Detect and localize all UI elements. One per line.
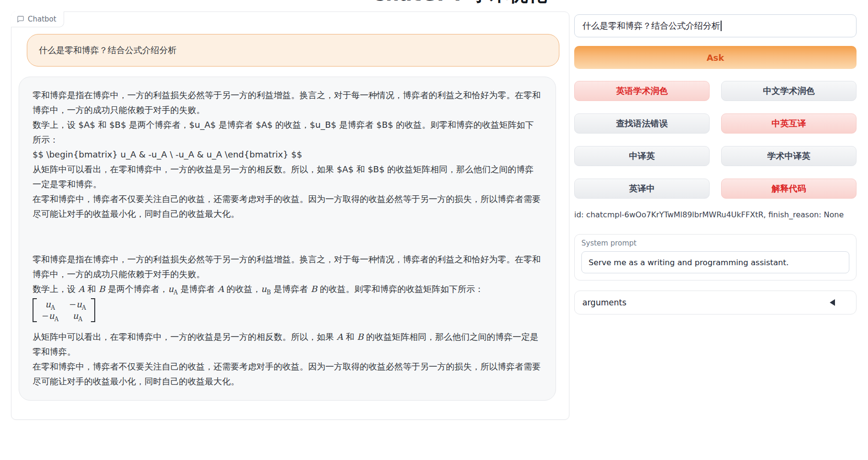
control-column: 什么是零和博弈？结合公式介绍分析 Ask 英语学术润色 中文学术润色 查找语法错… [574,11,857,314]
system-prompt-group: System prompt Serve me as a writing and … [574,234,857,280]
bot-message-bubble: 零和博弈是指在博弈中，一方的利益损失必然等于另一方的利益增益。换言之，对于每一种… [19,77,556,401]
chatbot-panel: Chatbot 什么是零和博弈？结合公式介绍分析 零和博弈是指在博弈中，一方的利… [11,11,569,420]
chatbot-label: Chatbot [11,11,64,27]
bot-message-line: 数学上，设 $A$ 和 $B$ 是两个博弈者，$u_A$ 是博弈者 $A$ 的收… [33,117,542,147]
completion-meta-text: id: chatcmpl-6wOo7KrYTwMl89lbrMWRu4UkFFX… [574,210,857,219]
button-zh-en-mutual-translate[interactable]: 中英互译 [721,113,857,134]
question-input-value: 什么是零和博弈？结合公式介绍分析 [582,20,720,32]
paragraph-gap [33,221,542,252]
page-title-text: ChatGPT 学术优化 [335,0,584,5]
bot-message-line: 数学上，设 A 和 B 是两个博弈者，uA 是博弈者 A 的收益，uB 是博弈者… [33,281,542,296]
page-title: ChatGPT 学术优化 [335,0,584,5]
chat-bubble-icon [17,15,24,23]
button-find-grammar-errors[interactable]: 查找语法错误 [574,113,710,134]
user-message-text: 什么是零和博弈？结合公式介绍分析 [39,45,177,56]
ask-button-label: Ask [707,53,724,63]
bot-message-line: 零和博弈是指在博弈中，一方的利益损失必然等于另一方的利益增益。换言之，对于每一种… [33,88,542,117]
question-input[interactable]: 什么是零和博弈？结合公式介绍分析 [574,14,857,37]
payoff-matrix: uA−uA−uAuA [33,296,542,329]
accordion-collapsed-icon [830,299,835,306]
system-prompt-label: System prompt [581,239,849,247]
text-caret [721,21,722,31]
bot-message-line: 从矩阵中可以看出，在零和博弈中，一方的收益是另一方的相反数。所以，如果 A 和 … [33,329,542,359]
button-english-academic-polish[interactable]: 英语学术润色 [574,81,710,101]
system-prompt-value: Serve me as a writing and programming as… [589,258,789,267]
bot-message-line: 在零和博弈中，博弈者不仅要关注自己的收益，还需要考虑对手的收益。因为一方取得的收… [33,359,542,389]
system-prompt-input[interactable]: Serve me as a writing and programming as… [581,251,849,273]
button-zh-to-en[interactable]: 中译英 [574,146,710,166]
button-academic-zh-to-en[interactable]: 学术中译英 [721,146,857,166]
bot-message-line: 从矩阵中可以看出，在零和博弈中，一方的收益是另一方的相反数。所以，如果 $A$ … [33,162,542,191]
button-en-to-zh[interactable]: 英译中 [574,179,710,199]
bot-message-line: 零和博弈是指在博弈中，一方的利益损失必然等于另一方的利益增益。换言之，对于每一种… [33,252,542,281]
bot-message-line: $$ \begin{bmatrix} u_A & -u_A \ -u_A & u… [33,147,542,162]
arguments-accordion[interactable]: arguments [574,291,857,314]
bot-message-line: 在零和博弈中，博弈者不仅要关注自己的收益，还需要考虑对手的收益。因为一方取得的收… [33,191,542,221]
ask-button[interactable]: Ask [574,46,857,69]
button-chinese-academic-polish[interactable]: 中文学术润色 [721,81,857,101]
arguments-accordion-label: arguments [582,298,626,307]
quick-action-grid: 英语学术润色 中文学术润色 查找语法错误 中英互译 中译英 学术中译英 英译中 … [574,81,857,199]
user-message-bubble: 什么是零和博弈？结合公式介绍分析 [27,34,559,67]
chatbot-label-text: Chatbot [28,15,56,23]
button-explain-code[interactable]: 解释代码 [721,179,857,199]
